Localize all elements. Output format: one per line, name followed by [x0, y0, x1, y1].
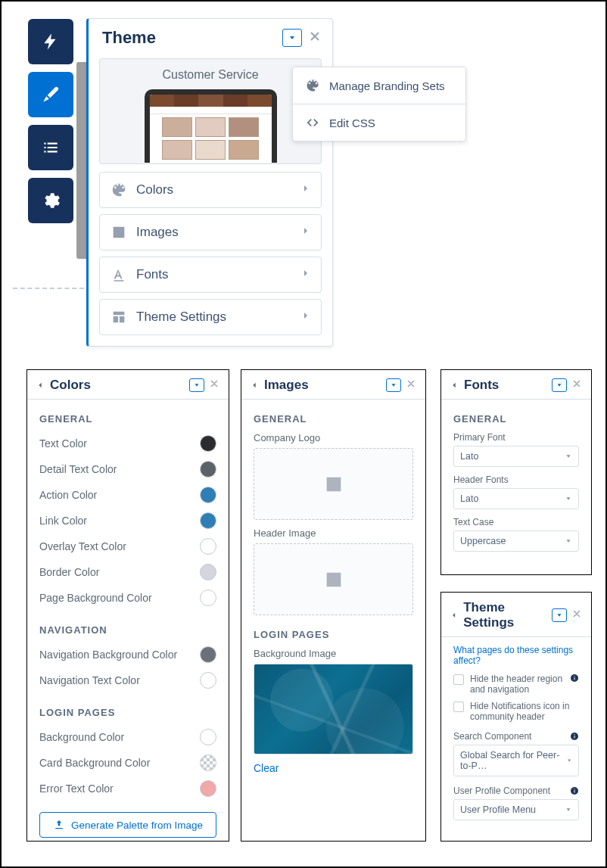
clear-image-link[interactable]: Clear [254, 762, 279, 774]
color-row: Navigation Background Color [39, 642, 216, 667]
bg-image-label: Background Image [254, 648, 413, 659]
popover-edit-css[interactable]: Edit CSS [293, 104, 465, 141]
chevron-left-icon [450, 379, 458, 391]
color-swatch[interactable] [200, 564, 216, 580]
check-hide-header[interactable] [453, 674, 464, 685]
color-swatch[interactable] [200, 780, 216, 797]
fonts-menu-button[interactable] [552, 378, 567, 392]
color-label: Navigation Text Color [39, 674, 140, 686]
close-icon [571, 378, 582, 389]
color-swatch[interactable] [200, 512, 216, 529]
color-label: Text Color [39, 437, 87, 450]
fonts-sec-general: GENERAL [453, 413, 567, 425]
check-hide-notif[interactable] [453, 702, 464, 712]
font-select[interactable]: Lato [453, 446, 579, 467]
color-row: Page Background Color [39, 585, 216, 611]
close-theme-button[interactable] [308, 30, 322, 46]
nav-lightning[interactable] [28, 19, 73, 64]
menu-images[interactable]: Images [99, 214, 322, 250]
colors-panel: Colors GENERAL Text ColorDetail Text Col… [26, 369, 229, 842]
settings-menu-button[interactable] [552, 608, 567, 622]
header-dropzone[interactable] [254, 543, 413, 615]
nav-settings[interactable] [28, 178, 73, 223]
theme-preview: Customer Service [99, 58, 322, 164]
check-hide-header-label: Hide the header region and navigation [470, 674, 564, 695]
colors-back[interactable]: Colors [36, 378, 91, 393]
settings-back[interactable]: Theme Settings [450, 600, 552, 630]
theme-title: Theme [102, 28, 156, 48]
settings-close[interactable] [571, 608, 582, 622]
nav-structure[interactable] [28, 125, 73, 170]
info-icon [570, 786, 579, 795]
font-select[interactable]: Uppercase [453, 530, 579, 552]
info-icon [570, 674, 579, 683]
preview-title: Customer Service [100, 68, 321, 82]
user-component-select[interactable]: User Profile Menu [453, 799, 579, 820]
caret-down-icon [556, 611, 563, 619]
fonts-back[interactable]: Fonts [450, 378, 499, 393]
layout-icon [111, 309, 127, 325]
images-close[interactable] [406, 378, 416, 392]
color-swatch[interactable] [200, 487, 216, 503]
color-row: Overlay Text Color [39, 534, 216, 559]
search-component-select[interactable]: Global Search for Peer-to-P… [453, 745, 579, 776]
close-icon [406, 378, 416, 389]
color-swatch[interactable] [200, 672, 216, 689]
menu-colors[interactable]: Colors [99, 172, 322, 208]
logo-dropzone[interactable] [254, 448, 413, 520]
logo-label: Company Logo [254, 432, 413, 443]
menu-settings-label: Theme Settings [136, 310, 226, 325]
search-comp-value: Global Search for Peer-to-P… [460, 750, 566, 771]
chevron-right-icon [301, 266, 310, 280]
colors-menu-button[interactable] [189, 378, 204, 392]
caret-down-icon [565, 537, 572, 545]
color-swatch[interactable] [200, 461, 216, 478]
chevron-right-icon [301, 309, 310, 322]
color-label: Action Color [39, 489, 97, 501]
upload-icon [53, 819, 65, 831]
menu-colors-label: Colors [136, 182, 173, 198]
menu-fonts[interactable]: Fonts [99, 257, 322, 293]
settings-question-link[interactable]: What pages do these settings affect? [453, 645, 579, 666]
color-label: Overlay Text Color [39, 540, 126, 552]
font-select[interactable]: Lato [453, 488, 579, 509]
nav-theme[interactable] [28, 72, 73, 117]
theme-menu-button[interactable] [282, 29, 302, 47]
caret-down-icon [193, 381, 201, 389]
fonts-close[interactable] [571, 378, 582, 392]
color-swatch[interactable] [200, 590, 216, 606]
images-sec-login: LOGIN PAGES [254, 629, 401, 640]
info-icon [570, 732, 579, 741]
color-swatch[interactable] [200, 435, 216, 452]
menu-theme-settings[interactable]: Theme Settings [99, 299, 322, 335]
images-back[interactable]: Images [251, 378, 309, 393]
background-image-thumb[interactable] [254, 664, 413, 754]
lightning-icon [41, 32, 61, 51]
image-icon [323, 474, 344, 495]
generate-palette-button[interactable]: Generate Palette from Image [39, 812, 216, 838]
list-icon [41, 138, 61, 157]
font-select-value: Lato [460, 493, 478, 504]
device-mock [145, 89, 277, 163]
images-menu-button[interactable] [386, 378, 401, 392]
font-select-value: Uppercase [460, 536, 506, 546]
color-swatch[interactable] [200, 646, 216, 663]
gear-icon [41, 191, 61, 210]
color-label: Link Color [39, 515, 87, 527]
color-row: Text Color [39, 431, 216, 456]
color-swatch[interactable] [200, 729, 216, 745]
user-comp-value: User Profile Menu [460, 804, 536, 815]
popover-manage-branding[interactable]: Manage Branding Sets [293, 67, 465, 104]
color-label: Card Background Color [39, 757, 150, 769]
colors-close[interactable] [209, 378, 219, 392]
color-swatch[interactable] [200, 538, 216, 555]
color-row: Background Color [39, 724, 216, 750]
caret-down-icon [565, 495, 572, 502]
svg-point-2 [329, 575, 332, 578]
font-icon [111, 266, 127, 283]
chevron-right-icon [301, 182, 310, 195]
popover-manage-label: Manage Branding Sets [329, 79, 445, 92]
font-field-label: Header Fonts [453, 474, 579, 485]
color-swatch[interactable] [200, 754, 216, 771]
menu-fonts-label: Fonts [136, 267, 169, 282]
